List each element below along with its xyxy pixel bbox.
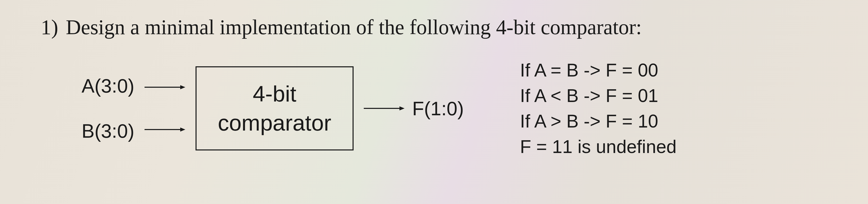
question-text: Design a minimal implementation of the f…	[66, 15, 642, 39]
question-header: 1) Design a minimal implementation of th…	[41, 15, 827, 39]
output-label: F(1:0)	[412, 97, 464, 120]
input-arrows	[145, 78, 185, 139]
condition-gt: If A > B -> F = 10	[520, 111, 677, 132]
diagram-row: A(3:0) B(3:0) 4-bit comparator F(1:0)	[82, 60, 827, 157]
arrow-right-icon	[364, 106, 405, 111]
box-line2: comparator	[218, 108, 331, 138]
condition-eq: If A = B -> F = 00	[520, 60, 677, 81]
condition-lt: If A < B -> F = 01	[520, 85, 677, 106]
svg-marker-3	[180, 127, 185, 132]
arrow-b	[145, 120, 185, 139]
arrow-a	[145, 78, 185, 97]
conditions-column: If A = B -> F = 00 If A < B -> F = 01 If…	[520, 60, 677, 157]
svg-marker-5	[399, 106, 405, 110]
arrow-right-icon	[145, 85, 185, 90]
input-b-label: B(3:0)	[82, 120, 134, 142]
input-a-label: A(3:0)	[82, 75, 134, 97]
question-number: 1)	[41, 15, 58, 39]
inputs-column: A(3:0) B(3:0)	[82, 75, 134, 142]
output-section: F(1:0)	[364, 97, 464, 120]
arrow-output	[364, 106, 405, 111]
arrow-right-icon	[145, 127, 185, 132]
box-line1: 4-bit	[253, 79, 296, 108]
svg-marker-1	[180, 85, 185, 89]
condition-undef: F = 11 is undefined	[520, 136, 677, 157]
comparator-box: 4-bit comparator	[195, 66, 353, 150]
